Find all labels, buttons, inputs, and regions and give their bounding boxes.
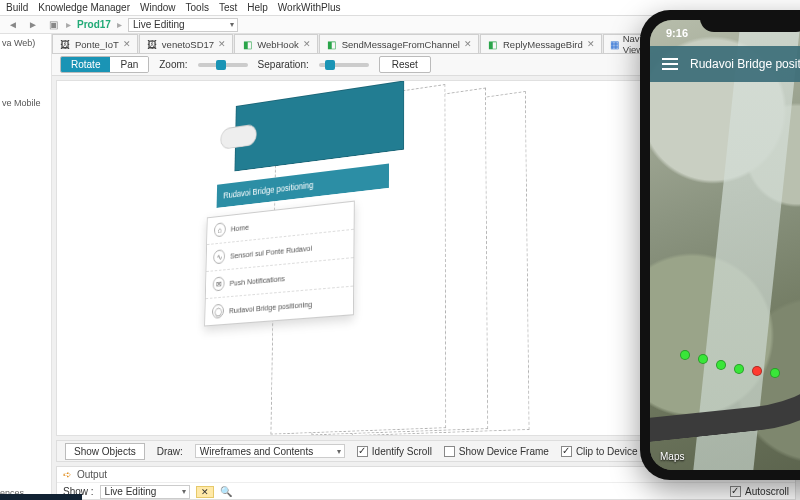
menu-tools[interactable]: Tools <box>186 2 209 13</box>
checkbox-icon[interactable] <box>561 446 572 457</box>
breadcrumb-sep: ▸ <box>66 19 71 30</box>
nav-back-icon[interactable]: ◄ <box>6 18 20 32</box>
mock-menu[interactable]: ⌂ Home ∿ Sensori sul Ponte Rudavoi ✉ Pus… <box>204 201 355 327</box>
map-marker-green[interactable] <box>680 350 690 360</box>
phone-app-bar: Rudavoi Bridge positioning <box>650 46 800 82</box>
map-pin-icon: ◯ <box>212 304 224 319</box>
sensor-icon: ∿ <box>213 249 225 264</box>
phone-notch <box>700 10 800 32</box>
close-icon[interactable]: ✕ <box>587 39 595 49</box>
road-curve <box>650 255 800 445</box>
nav-fwd-icon[interactable]: ► <box>26 18 40 32</box>
phone-app-title: Rudavoi Bridge positioning <box>690 57 800 71</box>
separation-slider[interactable] <box>319 63 369 67</box>
show-device-frame-option[interactable]: Show Device Frame <box>444 446 549 457</box>
image-icon: 🖼 <box>146 38 158 50</box>
proc-icon: ◧ <box>326 38 338 50</box>
pan-button[interactable]: Pan <box>110 57 148 72</box>
option-label: Show Device Frame <box>459 446 549 457</box>
menu-window[interactable]: Window <box>140 2 176 13</box>
hamburger-icon[interactable] <box>662 58 678 70</box>
phone-screen: 9:16 Rudavoi Bridge positioning Maps <box>650 20 800 470</box>
map-marker-green[interactable] <box>698 354 708 364</box>
tab-replymessagebird[interactable]: ◧ ReplyMessageBird ✕ <box>480 34 602 53</box>
map-marker-red[interactable] <box>752 366 762 376</box>
menu-build[interactable]: Build <box>6 2 28 13</box>
tab-label: WebHook <box>257 39 299 50</box>
mock-menu-label: Sensori sul Ponte Rudavoi <box>230 243 312 260</box>
tab-sendmessage[interactable]: ◧ SendMessageFromChannel ✕ <box>319 34 479 53</box>
mock-menu-label: Push Notifications <box>229 273 284 287</box>
output-filter-row: Show : Live Editing ✕ 🔍 Autoscroll <box>57 483 795 500</box>
proc-icon: ◧ <box>487 38 499 50</box>
breadcrumb-sep2: ▸ <box>117 19 122 30</box>
zoom-label: Zoom: <box>159 59 187 70</box>
autoscroll-option[interactable]: Autoscroll <box>730 486 789 497</box>
status-time: 9:16 <box>650 27 688 39</box>
tab-label: SendMessageFromChannel <box>342 39 460 50</box>
kb-icon: ▣ <box>46 18 60 32</box>
tab-venetosd17[interactable]: 🖼 venetoSD17 ✕ <box>139 34 233 53</box>
output-arrow-icon[interactable]: ➪ <box>63 469 71 480</box>
tab-label: ReplyMessageBird <box>503 39 583 50</box>
output-clear-chip[interactable]: ✕ <box>196 486 214 498</box>
menu-knowledge-manager[interactable]: Knowledge Manager <box>38 2 130 13</box>
menu-workwithplus[interactable]: WorkWithPlus <box>278 2 341 13</box>
proc-icon: ◧ <box>241 38 253 50</box>
maps-attribution: Maps <box>660 451 684 462</box>
show-objects-button[interactable]: Show Objects <box>65 443 145 460</box>
draw-dropdown[interactable]: Wireframes and Contents <box>195 444 345 458</box>
map-marker-green[interactable] <box>770 368 780 378</box>
draw-label: Draw: <box>157 446 183 457</box>
left-sidebar: va Web) ve Mobile <box>0 34 52 500</box>
image-icon: 🖼 <box>59 38 71 50</box>
reset-button[interactable]: Reset <box>379 56 431 73</box>
home-icon: ⌂ <box>214 222 226 237</box>
nav-icon: ▦ <box>610 38 619 50</box>
mock-menu-label: Home <box>231 222 249 233</box>
output-title: Output <box>77 469 107 480</box>
bell-icon: ✉ <box>213 276 225 291</box>
separation-label: Separation: <box>258 59 309 70</box>
map-background <box>650 20 800 470</box>
tab-label: Ponte_IoT <box>75 39 119 50</box>
bottom-strip <box>0 494 82 500</box>
tab-ponte-iot[interactable]: 🖼 Ponte_IoT ✕ <box>52 34 138 53</box>
layer-stack: Rudavoi Bridge positioning ⌂ Home ∿ Sens… <box>245 80 474 436</box>
map-marker-green[interactable] <box>734 364 744 374</box>
sidebar-fragment-mobile: ve Mobile <box>2 98 49 108</box>
identify-scroll-option[interactable]: Identify Scroll <box>357 446 432 457</box>
zoom-slider[interactable] <box>198 63 248 67</box>
checkbox-icon[interactable] <box>444 446 455 457</box>
checkbox-icon[interactable] <box>730 486 741 497</box>
sidebar-fragment-web: va Web) <box>2 38 49 48</box>
breadcrumb-current-dropdown[interactable]: Live Editing <box>128 18 238 32</box>
map-marker-green[interactable] <box>716 360 726 370</box>
slider-thumb[interactable] <box>325 60 335 70</box>
close-icon[interactable]: ✕ <box>123 39 131 49</box>
close-icon[interactable]: ✕ <box>218 39 226 49</box>
rotate-button[interactable]: Rotate <box>61 57 110 72</box>
close-icon[interactable]: ✕ <box>303 39 311 49</box>
mock-title-text: Rudavoi Bridge positioning <box>223 180 313 201</box>
option-label: Identify Scroll <box>372 446 432 457</box>
mock-menu-label: Rudavoi Bridge positioning <box>229 299 312 315</box>
menu-help[interactable]: Help <box>247 2 268 13</box>
phone-preview: 9:16 Rudavoi Bridge positioning Maps <box>640 10 800 480</box>
mode-segmented: Rotate Pan <box>60 56 149 73</box>
output-show-dropdown[interactable]: Live Editing <box>100 485 190 499</box>
tab-webhook[interactable]: ◧ WebHook ✕ <box>234 34 318 53</box>
menu-test[interactable]: Test <box>219 2 237 13</box>
option-label: Autoscroll <box>745 486 789 497</box>
slider-thumb[interactable] <box>216 60 226 70</box>
tab-label: venetoSD17 <box>162 39 214 50</box>
output-find-icon[interactable]: 🔍 <box>220 486 232 497</box>
breadcrumb-kb[interactable]: Prod17 <box>77 19 111 30</box>
checkbox-icon[interactable] <box>357 446 368 457</box>
close-icon[interactable]: ✕ <box>464 39 472 49</box>
